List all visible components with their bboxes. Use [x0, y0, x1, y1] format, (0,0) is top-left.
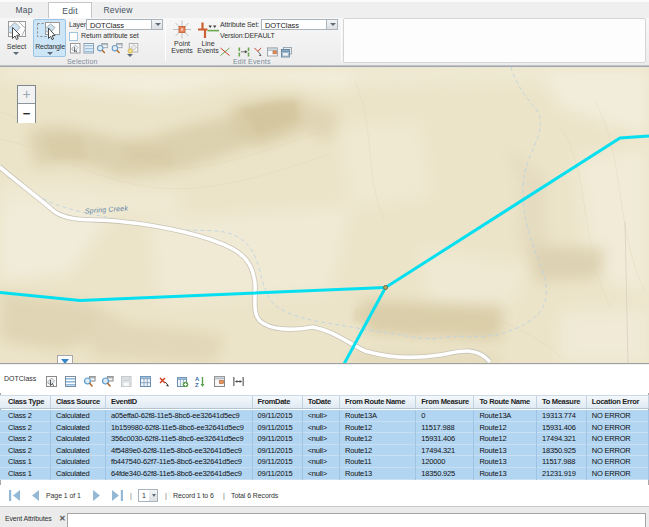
svg-text:Z: Z: [195, 382, 199, 387]
